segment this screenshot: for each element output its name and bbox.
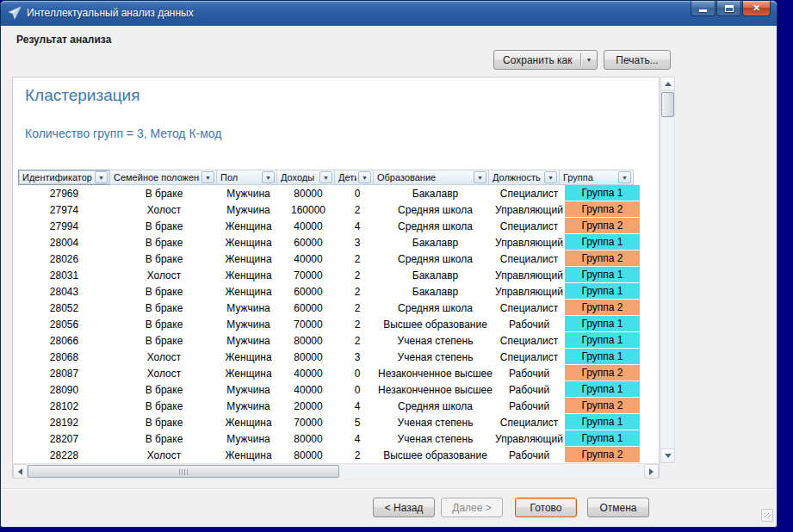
column-header-3[interactable]: Пол▼ xyxy=(216,170,277,185)
table-cell: Ученая степень xyxy=(377,332,493,349)
table-cell: 4 xyxy=(338,398,377,414)
titlebar[interactable]: Интеллектуальный анализ данных ✕ xyxy=(1,1,777,26)
maximize-button[interactable] xyxy=(716,1,741,16)
table-row[interactable]: 28052В бракеМужчина600002Средняя школаСп… xyxy=(18,300,640,316)
finish-button[interactable]: Готово xyxy=(515,498,577,517)
table-cell: 80000 xyxy=(279,447,338,463)
filter-dropdown-button[interactable]: ▼ xyxy=(474,171,486,183)
column-header-label: Доходы xyxy=(281,172,314,182)
vertical-scrollbar[interactable] xyxy=(660,77,675,463)
table-cell: Управляющий xyxy=(493,430,565,447)
column-header-label: Группа xyxy=(563,172,593,182)
table-row[interactable]: 28056В бракеМужчина700002Высшее образова… xyxy=(18,316,640,332)
table-cell: Специалист xyxy=(493,218,565,234)
table-cell: В браке xyxy=(110,251,218,267)
table-cell: Мужчина xyxy=(218,300,279,316)
filter-dropdown-button[interactable]: ▼ xyxy=(544,171,557,183)
table-cell: Управляющий xyxy=(493,283,565,300)
table-cell: 28207 xyxy=(18,430,110,447)
table-cell: Специалист xyxy=(493,414,565,430)
table-cell: 28228 xyxy=(18,447,110,463)
vertical-scroll-thumb[interactable] xyxy=(661,92,674,117)
page-title: Результат анализа xyxy=(16,34,111,46)
table-row[interactable]: 28068ХолостЖенщина800003Ученая степеньСп… xyxy=(18,349,640,365)
desktop-background: Интеллектуальный анализ данных ✕ Результ… xyxy=(0,0,793,532)
table-cell: Рабочий xyxy=(493,381,565,398)
right-arrow-icon xyxy=(649,468,654,475)
table-cell: Бакалавр xyxy=(377,283,493,300)
column-header-2[interactable]: Семейное положение▼ xyxy=(109,170,217,185)
table-row[interactable]: 28043В бракеЖенщина600002БакалаврУправля… xyxy=(18,283,640,300)
scroll-up-button[interactable] xyxy=(660,77,675,91)
column-header-7[interactable]: Должность▼ xyxy=(488,170,560,185)
table-row[interactable]: 28228ХолостЖенщина800002Высшее образован… xyxy=(18,447,640,463)
table-cell: 60000 xyxy=(279,300,338,316)
table-cell: Мужчина xyxy=(218,332,279,349)
cancel-button[interactable]: Отмена xyxy=(587,498,649,517)
table-cell: Мужчина xyxy=(218,316,279,332)
table-cell: Ученая степень xyxy=(377,414,493,430)
table-cell: Бакалавр xyxy=(377,267,493,283)
table-cell: 20000 xyxy=(279,398,338,414)
table-cell: Специалист xyxy=(493,300,565,316)
table-row[interactable]: 28090В бракеМужчина400000Незаконченное в… xyxy=(18,381,640,398)
table-cell: Женщина xyxy=(218,365,279,381)
table-cell: Незаконченное высшее xyxy=(377,365,493,381)
column-header-4[interactable]: Доходы▼ xyxy=(276,170,335,185)
scroll-right-button[interactable] xyxy=(644,464,659,479)
table-row[interactable]: 28026В бракеЖенщина400002Средняя школаСп… xyxy=(18,251,640,267)
table-cell: Средняя школа xyxy=(377,201,493,218)
table-row[interactable]: 28207В бракеМужчина800004Ученая степеньУ… xyxy=(18,430,640,447)
table-cell: 2 xyxy=(338,251,377,267)
save-as-label: Сохранить как xyxy=(503,54,572,66)
window-controls: ✕ xyxy=(691,1,771,16)
table-cell: 2 xyxy=(338,447,377,463)
table-row[interactable]: 28066В бракеМужчина800002Ученая степеньС… xyxy=(18,332,640,349)
table-row[interactable]: 27969В бракеМужчина800000БакалаврСпециал… xyxy=(18,185,640,201)
group-cell: Группа 1 xyxy=(565,430,640,447)
table-cell: Бакалавр xyxy=(377,185,493,201)
table-row[interactable]: 28087ХолостЖенщина400000Незаконченное вы… xyxy=(18,365,640,381)
resize-grip[interactable] xyxy=(761,509,773,522)
table-row[interactable]: 28102В бракеМужчина200004Средняя школаРа… xyxy=(18,398,640,414)
column-header-6[interactable]: Образование▼ xyxy=(373,170,489,185)
filter-dropdown-button[interactable]: ▼ xyxy=(358,171,371,183)
table-cell: Специалист xyxy=(493,185,565,201)
filter-dropdown-button[interactable]: ▼ xyxy=(319,171,332,183)
table-row[interactable]: 27974ХолостМужчина1600002Средняя школаУп… xyxy=(18,201,640,218)
back-button[interactable]: < Назад xyxy=(373,498,435,517)
next-button[interactable]: Далее > xyxy=(441,498,503,517)
table-cell: 70000 xyxy=(279,414,338,430)
column-header-5[interactable]: Дети▼ xyxy=(334,170,374,185)
minimize-icon xyxy=(699,9,707,12)
table-cell: Мужчина xyxy=(218,430,279,447)
save-as-button[interactable]: Сохранить как ▾ xyxy=(493,50,598,70)
table-cell: Женщина xyxy=(218,447,279,463)
column-header-8[interactable]: Группа▼ xyxy=(559,170,634,185)
scroll-left-button[interactable] xyxy=(13,464,28,479)
filter-dropdown-button[interactable]: ▼ xyxy=(618,171,631,183)
horizontal-scroll-thumb[interactable] xyxy=(28,465,339,478)
table-row[interactable]: 28031ХолостЖенщина700002БакалаврУправляю… xyxy=(18,267,640,283)
group-cell: Группа 2 xyxy=(565,300,640,316)
table-cell: 40000 xyxy=(279,251,338,267)
minimize-button[interactable] xyxy=(691,1,716,16)
group-cell: Группа 1 xyxy=(565,381,640,398)
column-header-1[interactable]: Идентификатор▼ xyxy=(18,170,110,185)
print-button[interactable]: Печать... xyxy=(604,50,671,70)
filter-dropdown-button[interactable]: ▼ xyxy=(262,171,275,183)
scroll-down-button[interactable] xyxy=(660,448,675,463)
table-row[interactable]: 28192В бракеЖенщина700005Ученая степеньС… xyxy=(18,414,640,430)
filter-dropdown-button[interactable]: ▼ xyxy=(95,171,108,183)
table-row[interactable]: 27994В бракеЖенщина400004Средняя школаСп… xyxy=(18,218,640,234)
close-button[interactable]: ✕ xyxy=(742,1,771,16)
filter-dropdown-button[interactable]: ▼ xyxy=(201,171,214,183)
table-row[interactable]: 28004В бракеЖенщина600003БакалаврУправля… xyxy=(18,234,640,251)
table-cell: 0 xyxy=(338,365,377,381)
table-cell: 2 xyxy=(338,283,377,300)
table-cell: 70000 xyxy=(279,267,338,283)
table-cell: 28087 xyxy=(18,365,110,381)
table-cell: Мужчина xyxy=(218,185,279,201)
horizontal-scrollbar[interactable] xyxy=(13,463,659,478)
table-cell: Женщина xyxy=(218,414,279,430)
